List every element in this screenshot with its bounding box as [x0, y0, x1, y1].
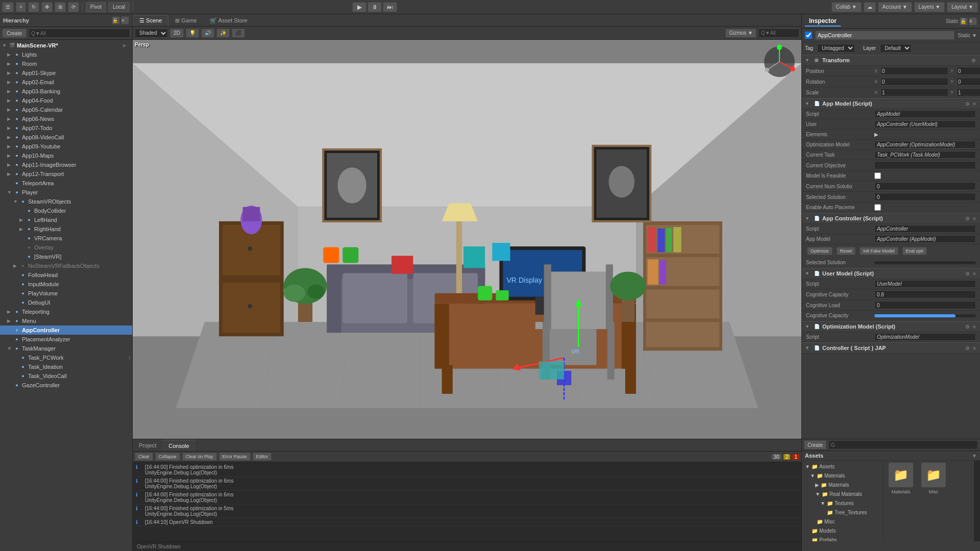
hierarchy-item-app06[interactable]: ▶ ● App06-News — [0, 114, 132, 123]
project-tree-item-textures[interactable]: ▼ 📁 Textures — [802, 498, 883, 508]
app-model-script-header[interactable]: ▼ 📄 App Model (Script) ⚙ ≡ — [802, 98, 980, 109]
comp-menu-btn[interactable]: ≡ — [972, 216, 977, 221]
hierarchy-item-task-pcwork[interactable]: ● Task_PCWork | — [0, 353, 132, 362]
hierarchy-item-app04[interactable]: ▶ ● App04-Food — [0, 96, 132, 105]
project-search-input[interactable] — [828, 440, 978, 449]
scale-y-input[interactable] — [957, 88, 980, 96]
project-tree-item-materials2[interactable]: ▶ 📁 Materials — [802, 480, 883, 489]
comp-menu-btn[interactable]: ≡ — [972, 324, 977, 330]
project-create-btn[interactable]: Create — [804, 440, 826, 449]
hierarchy-item-righthand[interactable]: ▶ ● RightHand — [0, 224, 132, 234]
project-tree-item-misc[interactable]: 📁 Misc — [802, 517, 883, 526]
hierarchy-item-app02[interactable]: ▶ ● App02-Email — [0, 78, 132, 87]
comp-settings-btn[interactable]: ⚙ — [964, 216, 971, 221]
account-button[interactable]: Account ▼ — [878, 2, 912, 12]
project-tree-item-models[interactable]: 📁 Models — [802, 526, 883, 535]
hierarchy-item-steamvrobjects[interactable]: ▼ ● SteamVRObjects — [0, 197, 132, 206]
tab-console[interactable]: Console — [162, 440, 195, 451]
current-num-sol-input[interactable] — [874, 182, 976, 190]
asset-item-materials[interactable]: 📁 Materials — [886, 463, 916, 494]
comp-settings-btn[interactable]: ⚙ — [964, 101, 971, 107]
hierarchy-item-followhead[interactable]: ● FollowHead — [0, 270, 132, 280]
controller-script-header[interactable]: ▼ 📄 Controller ( Script ) JAP ⚙ ≡ — [802, 342, 980, 354]
app-model-ref[interactable]: AppController (AppModel) — [874, 235, 976, 243]
hierarchy-item-room[interactable]: ▶ ● Room — [0, 59, 132, 68]
tab-asset-store[interactable]: 🛒 Asset Store — [203, 15, 254, 26]
scale-x-input[interactable] — [880, 88, 948, 96]
pause-button[interactable]: ⏸ — [368, 2, 382, 12]
project-tree-item-assets[interactable]: ▼ 📁 Assets — [802, 462, 883, 471]
viewport[interactable]: VR Display — [133, 40, 801, 439]
shaded-dropdown[interactable]: Shaded — [135, 29, 168, 38]
asset-item-misc[interactable]: 📁 Misc — [918, 463, 949, 494]
hamburger-btn[interactable]: ☰ — [2, 2, 14, 12]
hierarchy-item-steamvr[interactable]: ● [SteamVR] — [0, 252, 132, 261]
hierarchy-item-app03[interactable]: ▶ ● App03-Banking — [0, 87, 132, 96]
hierarchy-item-app10[interactable]: ▶ ● App10-Maps — [0, 151, 132, 160]
go-name-input[interactable] — [815, 31, 954, 40]
hierarchy-item-teleporting[interactable]: ▶ ● Teleporting — [0, 307, 132, 316]
comp-menu-btn[interactable]: ≡ — [972, 345, 977, 351]
hierarchy-search[interactable] — [29, 29, 130, 38]
layer-dropdown[interactable]: Default — [880, 44, 912, 53]
assets-scrollbar[interactable] — [974, 461, 980, 541]
hierarchy-item-placementanalyzer[interactable]: ● PlacementAnalyzer — [0, 335, 132, 344]
optimize-btn[interactable]: Optimize — [807, 247, 832, 255]
eval-opti-btn[interactable]: Eval opti — [902, 247, 927, 255]
hierarchy-create-btn[interactable]: Create — [2, 29, 27, 38]
project-tree-item-prefabs[interactable]: 📁 Prefabs — [802, 535, 883, 541]
hierarchy-item-lights[interactable]: ▶ ● Lights — [0, 50, 132, 59]
layout-button[interactable]: Layout ▼ — [947, 2, 978, 12]
comp-menu-btn[interactable]: ≡ — [972, 101, 977, 107]
hierarchy-item-task-videocall[interactable]: ● Task_VideoCall — [0, 371, 132, 381]
current-task-ref[interactable]: Task_PCWork (Task.Model) — [874, 151, 976, 159]
hierarchy-item-nosteamvr[interactable]: ▶ ● NoSteamVRFallbackObjects — [0, 261, 132, 270]
reset-btn[interactable]: Reset — [837, 247, 856, 255]
go-enabled-checkbox[interactable] — [805, 32, 812, 39]
hierarchy-item-app12[interactable]: ▶ ● App12-Transport — [0, 169, 132, 179]
twod-button[interactable]: 2D — [170, 29, 184, 38]
scene-search[interactable] — [758, 29, 799, 38]
project-tree-item-real-materials[interactable]: ▼ 📁 Real Materials — [802, 489, 883, 498]
hierarchy-item-taskmanager[interactable]: ▼ ● TaskManager — [0, 344, 132, 353]
local-button[interactable]: Local — [108, 2, 130, 12]
comp-settings-btn[interactable]: ⚙ — [964, 271, 971, 277]
inspector-menu[interactable]: ≡ — [969, 17, 977, 26]
user-model-script-header[interactable]: ▼ 📄 User Model (Script) ⚙ ≡ — [802, 268, 980, 279]
pos-y-input[interactable] — [957, 67, 980, 75]
hierarchy-item-bodycollider[interactable]: ● BodyCollider — [0, 206, 132, 215]
project-tree-item-materials[interactable]: ▼ 📁 Materials — [802, 471, 883, 480]
hierarchy-item-main-scene[interactable]: ▼ 🎬 MainScene-VR* ▶ — [0, 41, 132, 50]
scale-tool[interactable]: ⊞ — [55, 2, 66, 12]
hierarchy-item-teleportarea[interactable]: ● TeleportArea — [0, 179, 132, 188]
inspector-tab[interactable]: Inspector — [805, 16, 841, 27]
error-pause-btn[interactable]: Error Pause — [219, 453, 251, 461]
refresh-btn[interactable]: ↻ — [28, 2, 39, 12]
tab-project[interactable]: Project — [133, 440, 162, 451]
move-tool[interactable]: ✥ — [41, 2, 53, 12]
step-button[interactable]: ⏭ — [383, 2, 397, 12]
pivot-button[interactable]: Pivot — [86, 2, 106, 12]
comp-settings-btn[interactable]: ⚙ — [964, 324, 971, 330]
script-ref[interactable]: OptimizationModel — [874, 333, 976, 341]
enable-auto-checkbox[interactable] — [874, 204, 881, 211]
comp-menu-btn[interactable]: ≡ — [972, 271, 977, 277]
tab-game[interactable]: ⊞ Game — [168, 15, 203, 26]
clear-on-play-btn[interactable]: Clear on Play — [182, 453, 217, 461]
clear-btn[interactable]: Clear — [135, 453, 153, 461]
hierarchy-item-appcontroller[interactable]: ● AppController — [0, 325, 132, 335]
hierarchy-item-player[interactable]: ▼ ● Player — [0, 188, 132, 197]
project-tree-item-tree-textures[interactable]: 📁 Tree_Textures — [802, 508, 883, 517]
rot-y-input[interactable] — [957, 78, 980, 86]
init-fake-btn[interactable]: Init Fake Model — [860, 247, 898, 255]
hierarchy-menu[interactable]: ≡ — [121, 16, 129, 24]
hierarchy-item-gazecontroller[interactable]: ● GazeController — [0, 381, 132, 390]
hierarchy-item-inputmodule[interactable]: ● InputModule — [0, 280, 132, 289]
rot-x-input[interactable] — [880, 78, 948, 86]
opt-model-script-header[interactable]: ▼ 📄 Optimization Model (Script) ⚙ ≡ — [802, 321, 980, 332]
script-ref[interactable]: UserModel — [874, 280, 976, 288]
collapse-btn[interactable]: Collapse — [155, 453, 180, 461]
rotate-tool[interactable]: ⟳ — [68, 2, 79, 12]
add-btn[interactable]: + — [16, 2, 26, 12]
script-ref[interactable]: AppController — [874, 225, 976, 233]
